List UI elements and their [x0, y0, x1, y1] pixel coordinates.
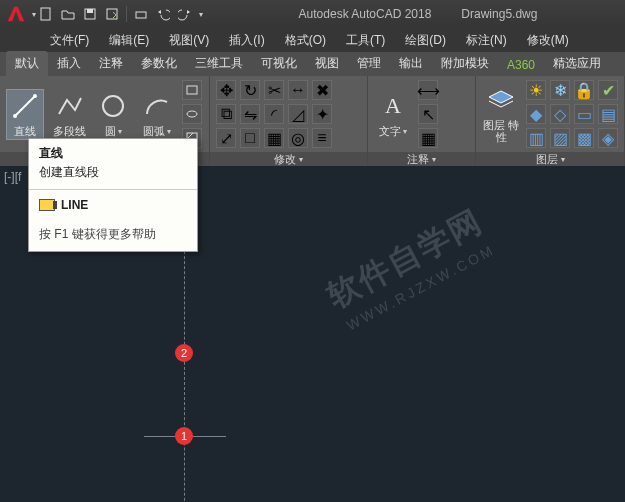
- ellipse-icon[interactable]: [182, 104, 202, 124]
- trim-icon[interactable]: ✂: [264, 80, 284, 100]
- save-icon[interactable]: [82, 6, 98, 22]
- mirror-icon[interactable]: ⇋: [240, 104, 260, 124]
- menu-format[interactable]: 格式(O): [275, 32, 336, 49]
- circle-button[interactable]: 圆▾: [94, 90, 132, 139]
- menu-modify[interactable]: 修改(M): [517, 32, 579, 49]
- explode-icon[interactable]: ✦: [312, 104, 332, 124]
- copy-icon[interactable]: ⧉: [216, 104, 236, 124]
- app-logo[interactable]: [0, 0, 32, 28]
- layer-walk-icon[interactable]: ▥: [526, 128, 546, 148]
- qat-more-icon[interactable]: ▾: [199, 10, 203, 19]
- menu-edit[interactable]: 编辑(E): [99, 32, 159, 49]
- app-title: Autodesk AutoCAD 2018: [299, 7, 432, 21]
- text-button[interactable]: A 文字▾: [374, 90, 412, 139]
- array-icon[interactable]: ▦: [264, 128, 284, 148]
- tab-3dtools[interactable]: 三维工具: [186, 51, 252, 76]
- move-icon[interactable]: ✥: [216, 80, 236, 100]
- layer-state-icon[interactable]: ▭: [574, 104, 594, 124]
- title-bar: ▾ ▾ Autodesk AutoCAD 2018 Drawing5.dwg: [0, 0, 625, 28]
- stretch-icon[interactable]: ⤢: [216, 128, 236, 148]
- marker-1: 1: [175, 427, 193, 445]
- table-icon[interactable]: ▦: [418, 128, 438, 148]
- svg-rect-0: [41, 8, 50, 20]
- polyline-label: 多段线: [53, 124, 86, 139]
- tab-addins[interactable]: 附加模块: [432, 51, 498, 76]
- rotate-icon[interactable]: ↻: [240, 80, 260, 100]
- menu-dim[interactable]: 标注(N): [456, 32, 517, 49]
- tab-output[interactable]: 输出: [390, 51, 432, 76]
- layer-match-icon[interactable]: ◆: [526, 104, 546, 124]
- menu-insert[interactable]: 插入(I): [219, 32, 274, 49]
- redo-icon[interactable]: [177, 6, 193, 22]
- layer-stack-icon: [485, 85, 517, 117]
- tab-parametric[interactable]: 参数化: [132, 51, 186, 76]
- quick-access-toolbar: ▾: [36, 6, 211, 22]
- menu-draw[interactable]: 绘图(D): [395, 32, 456, 49]
- layer-prev-icon[interactable]: ◇: [550, 104, 570, 124]
- svg-point-6: [13, 114, 17, 118]
- watermark: 软件自学网 WWW.RJZXW.COM: [320, 200, 499, 335]
- open-icon[interactable]: [60, 6, 76, 22]
- scale-icon[interactable]: □: [240, 128, 260, 148]
- tab-view[interactable]: 视图: [306, 51, 348, 76]
- viewport-label[interactable]: [-][f: [4, 170, 21, 184]
- chevron-down-icon: ▾: [167, 127, 171, 136]
- fillet-icon[interactable]: ◜: [264, 104, 284, 124]
- menu-file[interactable]: 文件(F): [40, 32, 99, 49]
- new-icon[interactable]: [38, 6, 54, 22]
- tab-visualize[interactable]: 可视化: [252, 51, 306, 76]
- tab-manage[interactable]: 管理: [348, 51, 390, 76]
- tooltip-title: 直线: [29, 139, 197, 164]
- ribbon-tabs: 默认 插入 注释 参数化 三维工具 可视化 视图 管理 输出 附加模块 A360…: [0, 52, 625, 76]
- arc-icon: [141, 90, 173, 122]
- tooltip-help: 按 F1 键获得更多帮助: [29, 220, 197, 251]
- layer-lock-icon[interactable]: 🔒: [574, 80, 594, 100]
- dim-linear-icon[interactable]: ⟷: [418, 80, 438, 100]
- line-icon: [9, 90, 41, 122]
- undo-icon[interactable]: [155, 6, 171, 22]
- layer-off-icon[interactable]: ☀: [526, 80, 546, 100]
- saveas-icon[interactable]: [104, 6, 120, 22]
- panel-layer-title[interactable]: 图层 ▾: [476, 152, 624, 167]
- tab-annotate[interactable]: 注释: [90, 51, 132, 76]
- tab-default[interactable]: 默认: [6, 51, 48, 76]
- offset-icon[interactable]: ◎: [288, 128, 308, 148]
- align-icon[interactable]: ≡: [312, 128, 332, 148]
- svg-rect-4: [136, 12, 146, 18]
- tab-featured[interactable]: 精选应用: [544, 51, 610, 76]
- text-icon: A: [377, 90, 409, 122]
- svg-line-5: [15, 96, 35, 116]
- tooltip-description: 创建直线段: [29, 164, 197, 189]
- chamfer-icon[interactable]: ◿: [288, 104, 308, 124]
- marker-2: 2: [175, 344, 193, 362]
- svg-point-8: [103, 96, 123, 116]
- menu-view[interactable]: 视图(V): [159, 32, 219, 49]
- leader-icon[interactable]: ↖: [418, 104, 438, 124]
- menu-tools[interactable]: 工具(T): [336, 32, 395, 49]
- drawn-vertical-line: [184, 236, 185, 502]
- layer-freeze-icon[interactable]: ❄: [550, 80, 570, 100]
- svg-rect-9: [187, 86, 197, 94]
- panel-modify-title[interactable]: 修改 ▾: [210, 152, 367, 167]
- line-button[interactable]: 直线: [6, 89, 44, 140]
- arc-button[interactable]: 圆弧▾: [138, 90, 176, 139]
- file-name: Drawing5.dwg: [461, 7, 537, 21]
- tab-insert[interactable]: 插入: [48, 51, 90, 76]
- layer-props-button[interactable]: 图层 特性: [482, 85, 520, 143]
- svg-rect-2: [87, 9, 93, 13]
- panel-annot-title[interactable]: 注释 ▾: [368, 152, 475, 167]
- polyline-button[interactable]: 多段线: [50, 90, 88, 139]
- tab-a360[interactable]: A360: [498, 54, 544, 76]
- plot-icon[interactable]: [133, 6, 149, 22]
- extend-icon[interactable]: ↔: [288, 80, 308, 100]
- layer-del-icon[interactable]: ▩: [574, 128, 594, 148]
- svg-point-10: [187, 111, 197, 117]
- layer-iso-icon[interactable]: ✔: [598, 80, 618, 100]
- line-label: 直线: [14, 124, 36, 139]
- rect-icon[interactable]: [182, 80, 202, 100]
- layer-cur-icon[interactable]: ◈: [598, 128, 618, 148]
- svg-point-7: [33, 94, 37, 98]
- layer-merge-icon[interactable]: ▨: [550, 128, 570, 148]
- erase-icon[interactable]: ✖: [312, 80, 332, 100]
- layer-more-icon[interactable]: ▤: [598, 104, 618, 124]
